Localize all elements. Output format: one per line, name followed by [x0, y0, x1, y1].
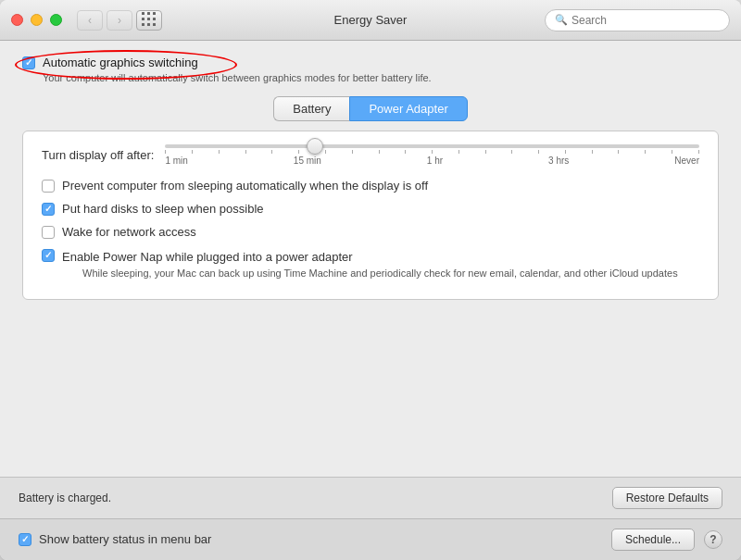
show-battery-checkbox[interactable]: [19, 533, 31, 546]
hard-disks-checkbox[interactable]: [42, 203, 55, 216]
checkbox-power-nap: Enable Power Nap while plugged into a po…: [42, 248, 699, 279]
power-nap-text-group: Enable Power Nap while plugged into a po…: [62, 248, 678, 279]
minimize-button[interactable]: [31, 14, 43, 26]
slider-label-1min: 1 min: [165, 156, 187, 166]
search-input[interactable]: [571, 14, 720, 27]
slider-label-1hr: 1 hr: [427, 156, 443, 166]
slider-wrapper: Turn display off after:: [42, 144, 699, 166]
slider-label: Turn display off after:: [42, 148, 154, 162]
bottom-bar: Battery is charged. Restore Defaults: [0, 477, 741, 518]
tabs-container: Battery Power Adapter: [22, 96, 719, 121]
auto-switch-section: Automatic graphics switching Your comput…: [22, 56, 719, 83]
title-bar: ‹ › Energy Saver 🔍: [0, 0, 741, 41]
power-nap-label: Enable Power Nap while plugged into a po…: [62, 250, 353, 264]
grid-icon: [142, 12, 157, 28]
window-title: Energy Saver: [334, 13, 408, 27]
checkbox-wake-network: Wake for network access: [42, 225, 699, 241]
restore-defaults-button[interactable]: Restore Defaults: [612, 487, 722, 509]
footer-right: Schedule... ?: [611, 529, 722, 551]
chevron-left-icon: ‹: [88, 14, 92, 27]
checkbox-prevent-sleep: Prevent computer from sleeping automatic…: [42, 179, 699, 194]
close-button[interactable]: [11, 14, 23, 26]
slider-thumb[interactable]: [307, 138, 323, 155]
slider-label-never: Never: [674, 156, 699, 166]
back-button[interactable]: ‹: [77, 10, 103, 31]
tab-power-adapter[interactable]: Power Adapter: [349, 96, 467, 121]
search-icon: 🔍: [555, 14, 568, 26]
slider-label-3hrs: 3 hrs: [548, 156, 569, 166]
maximize-button[interactable]: [50, 14, 62, 26]
forward-button[interactable]: ›: [107, 10, 132, 31]
nav-buttons: ‹ ›: [77, 10, 132, 31]
search-box[interactable]: 🔍: [545, 9, 730, 31]
prevent-sleep-label: Prevent computer from sleeping automatic…: [62, 179, 428, 194]
hard-disks-label: Put hard disks to sleep when possible: [62, 202, 264, 218]
tab-battery[interactable]: Battery: [273, 96, 349, 121]
slider-track: [165, 144, 699, 148]
grid-button[interactable]: [136, 10, 162, 31]
footer-bar: Show battery status in menu bar Schedule…: [0, 518, 741, 560]
help-button[interactable]: ?: [704, 530, 722, 549]
show-battery-label: Show battery status in menu bar: [39, 532, 211, 548]
window: ‹ › Energy Saver 🔍 Automatic gra: [0, 0, 741, 560]
power-nap-sublabel: While sleeping, your Mac can back up usi…: [82, 268, 678, 279]
slider-section: Turn display off after:: [42, 144, 699, 166]
checkbox-hard-disks: Put hard disks to sleep when possible: [42, 202, 699, 218]
chevron-right-icon: ›: [118, 14, 121, 27]
auto-switch-desc: Your computer will automatically switch …: [43, 72, 719, 83]
auto-switch-label: Automatic graphics switching: [43, 56, 198, 69]
settings-panel: Turn display off after:: [22, 131, 719, 300]
wake-network-label: Wake for network access: [62, 225, 196, 241]
auto-switch-checkbox[interactable]: [22, 56, 35, 69]
power-nap-checkbox[interactable]: [42, 249, 55, 262]
slider-label-15min: 15 min: [294, 156, 321, 166]
wake-network-checkbox[interactable]: [42, 226, 55, 239]
auto-switch-row: Automatic graphics switching: [22, 56, 719, 69]
battery-status: Battery is charged.: [19, 492, 111, 504]
prevent-sleep-checkbox[interactable]: [42, 180, 55, 193]
slider-track-container[interactable]: 1 min 15 min 1 hr 3 hrs Never: [165, 144, 699, 166]
traffic-lights: [11, 14, 62, 26]
slider-labels: 1 min 15 min 1 hr 3 hrs Never: [165, 156, 699, 166]
slider-ticks: [165, 150, 699, 154]
content-area: Automatic graphics switching Your comput…: [0, 41, 741, 477]
schedule-button[interactable]: Schedule...: [611, 529, 695, 551]
footer-left: Show battery status in menu bar: [19, 532, 211, 548]
